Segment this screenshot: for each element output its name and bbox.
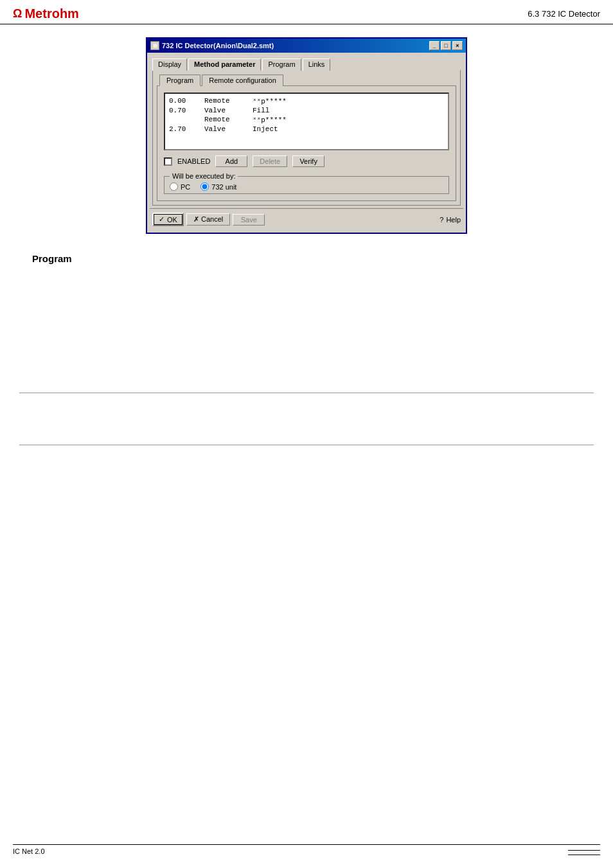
- main-tab-bar: Display Method parameter Program Links: [150, 55, 463, 70]
- type-value: Remote: [204, 97, 240, 105]
- radio-pc-text: PC: [181, 183, 190, 191]
- minimize-button[interactable]: _: [429, 41, 440, 50]
- type-value: Valve: [204, 107, 240, 114]
- param-value: Inject: [253, 125, 304, 133]
- footer-line-1: [568, 850, 600, 851]
- dialog-icon: ⊞: [150, 41, 159, 50]
- cancel-label: Cancel: [201, 215, 223, 223]
- dialog-body: Display Method parameter Program Links P…: [147, 53, 466, 233]
- radio-pc-label[interactable]: PC: [170, 182, 190, 191]
- add-button[interactable]: Add: [215, 155, 247, 167]
- enabled-checkbox[interactable]: [164, 157, 172, 166]
- radio-group: PC 732 unit: [170, 182, 443, 191]
- cancel-button[interactable]: ✗ Cancel: [186, 213, 230, 226]
- logo: Ω Metrohm: [13, 6, 79, 21]
- param-value: Fill: [253, 107, 304, 114]
- verify-button[interactable]: Verify: [292, 155, 324, 167]
- tab-links[interactable]: Links: [303, 58, 331, 71]
- type-value: Valve: [204, 125, 240, 133]
- titlebar-buttons: _ □ ×: [429, 41, 463, 50]
- page-header: Ω Metrohm 6.3 732 IC Detector: [0, 0, 613, 24]
- restore-button[interactable]: □: [441, 41, 451, 50]
- radio-732-text: 732 unit: [211, 183, 236, 191]
- table-row: 0.70 Valve Fill: [168, 106, 445, 115]
- time-value: 0.70: [169, 107, 191, 114]
- sub-tab-content: 0.00 Remote ˣˣp***** 0.70 Valve Fill Rem…: [157, 86, 456, 201]
- section-heading: 6.3 732 IC Detector: [528, 9, 600, 19]
- tab-program[interactable]: Program: [262, 58, 301, 71]
- page-footer: IC Net 2.0: [13, 844, 600, 855]
- cancel-icon: ✗: [193, 215, 199, 223]
- tab-content-panel: Program Remote configuration 0.00 Remote…: [152, 70, 461, 206]
- dialog-titlebar: ⊞ 732 IC Detector(Anion\Dual2.smt) _ □ ×: [147, 39, 466, 53]
- sub-tab-program[interactable]: Program: [159, 75, 200, 86]
- footer-lines: [568, 850, 600, 855]
- close-button[interactable]: ×: [452, 41, 463, 50]
- checkmark-icon: ✓: [159, 215, 164, 224]
- logo-omega-icon: Ω: [13, 7, 22, 21]
- divider-1: [19, 393, 594, 393]
- help-area: ? Help: [440, 216, 461, 224]
- enabled-label: ENABLED: [177, 157, 210, 165]
- section-title: Program: [19, 253, 594, 264]
- help-label[interactable]: Help: [446, 216, 461, 224]
- ok-label: OK: [167, 216, 177, 224]
- titlebar-left: ⊞ 732 IC Detector(Anion\Dual2.smt): [150, 41, 274, 50]
- radio-732[interactable]: [200, 182, 209, 191]
- help-icon: ?: [440, 216, 443, 224]
- logo-brand: Metrohm: [24, 6, 78, 21]
- footer-app-name: IC Net 2.0: [13, 847, 45, 855]
- execute-group: Will be executed by: PC 732 unit: [164, 172, 449, 194]
- execute-group-label: Will be executed by:: [170, 172, 238, 180]
- program-list[interactable]: 0.00 Remote ˣˣp***** 0.70 Valve Fill Rem…: [164, 93, 449, 150]
- radio-pc[interactable]: [170, 182, 178, 191]
- param-value: ˣˣp*****: [253, 97, 304, 105]
- save-button[interactable]: Save: [233, 214, 265, 226]
- footer-line-2: [568, 855, 600, 855]
- divider-2: [19, 445, 594, 445]
- param-value: ˣˣp*****: [253, 116, 304, 124]
- tab-display[interactable]: Display: [152, 58, 187, 71]
- main-content: ⊞ 732 IC Detector(Anion\Dual2.smt) _ □ ×…: [0, 24, 613, 471]
- time-value: 2.70: [169, 125, 191, 133]
- controls-area: ENABLED Add Delete Verify: [161, 153, 452, 170]
- dialog-title: 732 IC Detector(Anion\Dual2.smt): [162, 42, 274, 49]
- dialog-window: ⊞ 732 IC Detector(Anion\Dual2.smt) _ □ ×…: [146, 37, 467, 234]
- time-value: 0.00: [169, 97, 191, 105]
- time-value: [169, 116, 191, 124]
- radio-732-label[interactable]: 732 unit: [200, 182, 236, 191]
- ok-button[interactable]: ✓ OK: [152, 213, 184, 226]
- type-value: Remote: [204, 116, 240, 124]
- sub-tab-bar: Program Remote configuration: [157, 74, 456, 86]
- delete-button[interactable]: Delete: [253, 155, 287, 167]
- table-row: 0.00 Remote ˣˣp*****: [168, 96, 445, 106]
- sub-tab-remote-config[interactable]: Remote configuration: [202, 75, 283, 86]
- table-row: Remote ˣˣp*****: [168, 115, 445, 125]
- tab-method-parameter[interactable]: Method parameter: [188, 58, 261, 71]
- table-row: 2.70 Valve Inject: [168, 125, 445, 134]
- bottom-button-bar: ✓ OK ✗ Cancel Save ? Help: [150, 208, 463, 230]
